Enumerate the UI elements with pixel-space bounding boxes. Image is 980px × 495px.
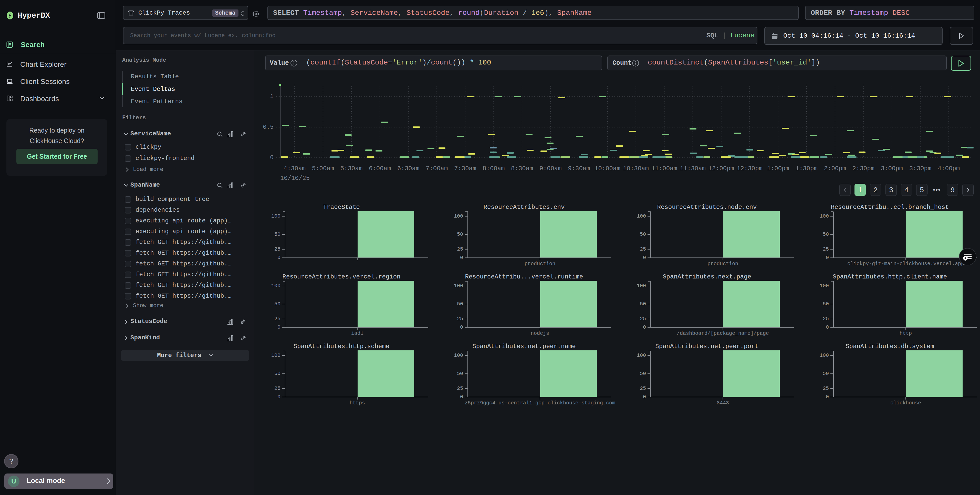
svg-text:0: 0 xyxy=(277,255,280,260)
svg-text:0: 0 xyxy=(826,324,829,330)
svg-text:production: production xyxy=(708,261,738,267)
svg-text:25: 25 xyxy=(274,246,280,252)
svg-text:0.5: 0.5 xyxy=(263,124,274,130)
svg-text:production: production xyxy=(525,261,555,267)
svg-text:3:00pm: 3:00pm xyxy=(881,165,903,172)
svg-text:0: 0 xyxy=(277,394,280,400)
svg-text:100: 100 xyxy=(271,352,280,359)
svg-text:0: 0 xyxy=(643,324,646,330)
svg-text:SpanAttributes.http.client.nam: SpanAttributes.http.client.name xyxy=(833,273,947,280)
svg-text:100: 100 xyxy=(454,283,463,289)
svg-text:ResourceAttributes.env: ResourceAttributes.env xyxy=(484,204,565,211)
svg-text:1:00pm: 1:00pm xyxy=(767,165,789,172)
svg-text:SpanAttributes.http.scheme: SpanAttributes.http.scheme xyxy=(294,343,389,350)
svg-text:TraceState: TraceState xyxy=(323,204,360,211)
svg-text:1:30pm: 1:30pm xyxy=(795,165,817,172)
svg-text:100: 100 xyxy=(637,283,646,289)
svg-text:SpanAttributes.db.system: SpanAttributes.db.system xyxy=(846,343,934,350)
svg-text:0: 0 xyxy=(460,324,463,330)
svg-text:clickpy-git-main-clickhouse.ve: clickpy-git-main-clickhouse.vercel.app xyxy=(847,261,964,267)
svg-text:0: 0 xyxy=(826,394,829,400)
svg-text:11:30am: 11:30am xyxy=(680,165,706,172)
svg-text:6:30am: 6:30am xyxy=(397,165,419,172)
svg-text:ResourceAttribu..cel.branch_ho: ResourceAttribu..cel.branch_host xyxy=(831,204,949,211)
svg-text:5:00am: 5:00am xyxy=(312,165,334,172)
svg-text:50: 50 xyxy=(823,371,829,376)
svg-text:50: 50 xyxy=(274,232,280,237)
svg-text:25: 25 xyxy=(823,246,829,252)
svg-text:25: 25 xyxy=(823,386,829,391)
svg-text:25: 25 xyxy=(640,386,646,391)
svg-text:2:00pm: 2:00pm xyxy=(824,165,846,172)
svg-text:9:30am: 9:30am xyxy=(568,165,590,172)
svg-text:50: 50 xyxy=(640,301,646,307)
svg-text:z5prz9ggc4.us-central1.gcp.cli: z5prz9ggc4.us-central1.gcp.clickhouse-st… xyxy=(465,400,615,406)
svg-text:100: 100 xyxy=(820,283,829,289)
svg-text:0: 0 xyxy=(826,255,829,260)
svg-text:10:00am: 10:00am xyxy=(595,165,620,172)
svg-text:50: 50 xyxy=(457,301,463,307)
svg-text:nodejs: nodejs xyxy=(531,330,549,336)
svg-text:http: http xyxy=(900,330,912,336)
svg-text:50: 50 xyxy=(274,301,280,307)
svg-text:4:00pm: 4:00pm xyxy=(938,165,960,172)
svg-text:ResourceAttributes.vercel.regi: ResourceAttributes.vercel.region xyxy=(283,273,401,280)
svg-text:25: 25 xyxy=(823,316,829,322)
svg-text:SpanAttributes.net.peer.name: SpanAttributes.net.peer.name xyxy=(473,343,576,350)
svg-text:6:00am: 6:00am xyxy=(369,165,391,172)
svg-text:clickhouse: clickhouse xyxy=(890,400,921,406)
svg-text:50: 50 xyxy=(274,371,280,376)
svg-text:0: 0 xyxy=(460,255,463,260)
svg-text:2:30pm: 2:30pm xyxy=(853,165,875,172)
svg-text:7:30am: 7:30am xyxy=(454,165,476,172)
svg-text:/dashboard/[package_name]/page: /dashboard/[package_name]/page xyxy=(677,330,769,336)
svg-text:1: 1 xyxy=(270,93,274,100)
svg-text:ResourceAttribu...vercel.runti: ResourceAttribu...vercel.runtime xyxy=(465,273,583,280)
svg-text:100: 100 xyxy=(454,352,463,359)
svg-text:25: 25 xyxy=(457,316,463,322)
svg-text:3:30pm: 3:30pm xyxy=(909,165,931,172)
svg-text:100: 100 xyxy=(637,213,646,219)
svg-text:12:30pm: 12:30pm xyxy=(737,165,762,172)
svg-text:8:30am: 8:30am xyxy=(511,165,533,172)
svg-text:12:00pm: 12:00pm xyxy=(708,165,734,172)
svg-text:8:00am: 8:00am xyxy=(482,165,504,172)
svg-text:25: 25 xyxy=(640,246,646,252)
svg-text:SpanAttributes.net.peer.port: SpanAttributes.net.peer.port xyxy=(655,343,759,350)
svg-text:4:30am: 4:30am xyxy=(283,165,305,172)
svg-text:50: 50 xyxy=(823,232,829,237)
svg-text:11:00am: 11:00am xyxy=(651,165,677,172)
svg-text:5:30am: 5:30am xyxy=(340,165,363,172)
svg-text:25: 25 xyxy=(457,246,463,252)
svg-text:25: 25 xyxy=(640,316,646,322)
svg-text:25: 25 xyxy=(274,316,280,322)
svg-text:SpanAttributes.next.page: SpanAttributes.next.page xyxy=(663,273,751,280)
svg-text:7:00am: 7:00am xyxy=(426,165,448,172)
svg-text:100: 100 xyxy=(454,213,463,219)
svg-text:10:30am: 10:30am xyxy=(623,165,649,172)
svg-text:0: 0 xyxy=(460,394,463,400)
svg-text:50: 50 xyxy=(640,371,646,376)
svg-text:100: 100 xyxy=(637,352,646,359)
svg-text:50: 50 xyxy=(640,232,646,237)
svg-text:0: 0 xyxy=(643,394,646,400)
svg-text:https: https xyxy=(350,400,365,406)
svg-text:10/10/25: 10/10/25 xyxy=(280,175,310,182)
svg-text:50: 50 xyxy=(457,371,463,376)
svg-text:8443: 8443 xyxy=(717,400,729,406)
svg-text:iad1: iad1 xyxy=(351,330,363,336)
svg-text:9:00am: 9:00am xyxy=(539,165,562,172)
svg-text:0: 0 xyxy=(643,255,646,260)
svg-text:100: 100 xyxy=(271,283,280,289)
svg-text:25: 25 xyxy=(457,386,463,391)
svg-text:ResourceAttributes.node.env: ResourceAttributes.node.env xyxy=(657,204,757,211)
svg-text:100: 100 xyxy=(271,213,280,219)
svg-text:0: 0 xyxy=(270,154,274,161)
svg-text:100: 100 xyxy=(820,213,829,219)
svg-text:0: 0 xyxy=(277,324,280,330)
svg-text:25: 25 xyxy=(274,386,280,391)
svg-text:100: 100 xyxy=(820,352,829,359)
svg-text:50: 50 xyxy=(457,232,463,237)
svg-text:50: 50 xyxy=(823,301,829,307)
